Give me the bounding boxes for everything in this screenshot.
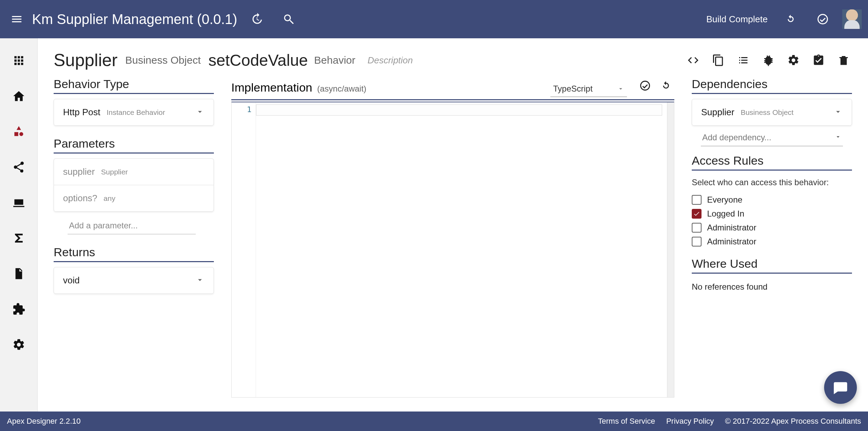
where-used-text: No references found — [692, 282, 852, 292]
chevron-down-icon — [195, 107, 204, 118]
code-icon[interactable] — [685, 52, 702, 69]
checkbox-unchecked[interactable] — [692, 237, 702, 246]
app-title[interactable]: Km Supplier Management (0.0.1) — [32, 11, 237, 27]
access-rule-label: Logged In — [707, 209, 744, 219]
dependency-card[interactable]: Supplier Business Object — [692, 99, 852, 126]
right-column: Dependencies Supplier Business Object Ad… — [692, 77, 852, 412]
language-value: TypeScript — [553, 84, 592, 94]
main-content: Supplier Business Object setCodeValue Be… — [38, 38, 868, 412]
returns-title: Returns — [54, 245, 214, 262]
editor-current-line — [256, 104, 662, 116]
language-select[interactable]: TypeScript — [550, 83, 627, 97]
validate-icon[interactable] — [637, 77, 653, 94]
behavior-type-value: Http Post — [63, 107, 100, 118]
access-rule-row[interactable]: Logged In — [692, 209, 852, 219]
privacy-link[interactable]: Privacy Policy — [666, 417, 714, 426]
refresh-icon[interactable] — [778, 7, 803, 32]
editor-gutter: 1 — [232, 102, 256, 397]
parameter-row[interactable]: options? any — [54, 185, 214, 212]
chevron-down-icon — [835, 133, 842, 142]
access-rules-help: Select who can access this behavior: — [692, 178, 852, 187]
parameter-name: options? — [63, 193, 97, 204]
rail-laptop-icon[interactable] — [6, 190, 31, 215]
parameters-list: supplier Supplier options? any — [54, 158, 214, 212]
user-avatar[interactable] — [842, 9, 862, 29]
left-rail — [0, 38, 38, 412]
access-rules-title: Access Rules — [692, 154, 852, 171]
returns-value: void — [63, 275, 80, 286]
refresh-impl-icon[interactable] — [658, 77, 674, 94]
gear-icon[interactable] — [785, 52, 802, 69]
parameter-type: any — [103, 194, 115, 203]
code-editor[interactable]: 1 — [231, 102, 674, 398]
dependency-name: Supplier — [701, 107, 734, 118]
rail-settings-icon[interactable] — [6, 332, 31, 357]
access-rule-label: Everyone — [707, 195, 742, 205]
rail-share-icon[interactable] — [6, 155, 31, 180]
copyright-text: © 2017-2022 Apex Process Consultants — [725, 417, 861, 426]
behavior-type-card[interactable]: Http Post Instance Behavior — [54, 99, 214, 126]
chevron-down-icon — [834, 107, 843, 118]
checkbox-checked[interactable] — [692, 209, 702, 219]
list-icon[interactable] — [735, 52, 752, 69]
access-rule-label: Administrator — [707, 223, 756, 233]
implementation-title: Implementation — [231, 81, 312, 94]
app-version: Apex Designer 2.2.10 — [7, 417, 81, 426]
chat-fab[interactable] — [824, 371, 857, 404]
access-rule-row[interactable]: Administrator — [692, 237, 852, 246]
behavior-type-note: Instance Behavior — [107, 108, 165, 117]
returns-card[interactable]: void — [54, 267, 214, 294]
rail-extension-icon[interactable] — [6, 297, 31, 322]
parameter-type: Supplier — [101, 168, 128, 176]
access-rule-row[interactable]: Everyone — [692, 195, 852, 205]
behavior-type-title: Behavior Type — [54, 77, 214, 94]
tos-link[interactable]: Terms of Service — [598, 417, 655, 426]
breadcrumb-header: Supplier Business Object setCodeValue Be… — [54, 50, 852, 70]
rail-home-icon[interactable] — [6, 84, 31, 109]
app-bar: Km Supplier Management (0.0.1) Build Com… — [0, 0, 868, 38]
behavior-label: Behavior — [314, 54, 355, 66]
copy-icon[interactable] — [710, 52, 727, 69]
left-column: Behavior Type Http Post Instance Behavio… — [54, 77, 214, 412]
access-rule-label: Administrator — [707, 237, 756, 246]
dependency-type: Business Object — [741, 108, 793, 117]
add-dependency-select[interactable]: Add dependency... — [701, 130, 843, 146]
checkbox-unchecked[interactable] — [692, 195, 702, 205]
editor-code-area[interactable] — [256, 102, 667, 397]
line-number: 1 — [232, 105, 251, 114]
bug-icon[interactable] — [760, 52, 777, 69]
parameters-title: Parameters — [54, 137, 214, 154]
rail-shapes-icon[interactable] — [6, 119, 31, 144]
footer-bar: Apex Designer 2.2.10 Terms of Service Pr… — [0, 412, 868, 431]
rail-apps-icon[interactable] — [6, 48, 31, 73]
rail-file-icon[interactable] — [6, 261, 31, 286]
menu-button[interactable] — [8, 11, 25, 28]
history-icon[interactable] — [244, 7, 269, 32]
behavior-name[interactable]: setCodeValue — [208, 51, 308, 70]
add-parameter-input[interactable] — [68, 217, 196, 234]
check-circle-icon[interactable] — [810, 7, 835, 32]
business-object-type: Business Object — [125, 54, 201, 66]
parameter-name: supplier — [63, 166, 95, 177]
checkbox-unchecked[interactable] — [692, 223, 702, 233]
description-placeholder[interactable]: Description — [367, 55, 413, 66]
implementation-mode: (async/await) — [317, 84, 366, 94]
where-used-title: Where Used — [692, 257, 852, 274]
delete-icon[interactable] — [835, 52, 852, 69]
assignment-check-icon[interactable] — [810, 52, 827, 69]
add-dependency-placeholder: Add dependency... — [702, 133, 771, 142]
chevron-down-icon — [195, 275, 204, 286]
build-status: Build Complete — [706, 14, 768, 25]
parameter-row[interactable]: supplier Supplier — [54, 158, 214, 185]
rail-sigma-icon[interactable] — [6, 226, 31, 251]
implementation-column: Implementation (async/await) TypeScript … — [231, 77, 674, 412]
access-rule-row[interactable]: Administrator — [692, 223, 852, 233]
search-icon[interactable] — [276, 7, 301, 32]
editor-scrollbar[interactable] — [667, 102, 674, 397]
dependencies-title: Dependencies — [692, 77, 852, 94]
business-object-name[interactable]: Supplier — [54, 50, 117, 70]
